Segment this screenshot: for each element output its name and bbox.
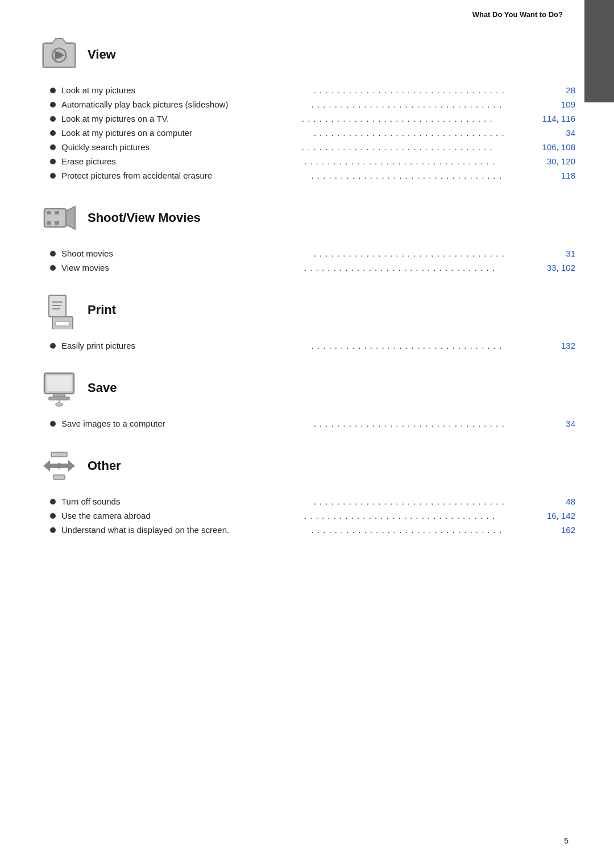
svg-rect-10 <box>47 221 51 225</box>
svg-rect-21 <box>53 394 65 397</box>
page-ref: 30, 120 <box>547 156 575 166</box>
dots: . . . . . . . . . . . . . . . . . . . . … <box>314 419 563 428</box>
svg-point-27 <box>56 463 62 469</box>
bullet-icon <box>50 159 56 164</box>
page-ref: 106, 108 <box>542 142 575 152</box>
section-heading-save: Save <box>39 367 575 408</box>
section-heading-print: Print <box>39 290 575 330</box>
item-list-print: Easily print pictures . . . . . . . . . … <box>50 341 575 350</box>
section-heading-shoot-view-movies: Shoot/View Movies <box>39 197 575 238</box>
item-text: Protect pictures from accidental erasure <box>61 171 308 180</box>
page-ref: 114, 116 <box>542 114 575 123</box>
svg-rect-15 <box>56 321 69 326</box>
section-title-view: View <box>88 47 116 62</box>
dots: . . . . . . . . . . . . . . . . . . . . … <box>304 156 544 166</box>
item-text: Turn off sounds <box>61 497 310 506</box>
header-title: What Do You Want to Do? <box>472 10 563 19</box>
page-ref: 34 <box>566 128 575 138</box>
section-title-print: Print <box>88 303 116 317</box>
page-ref: 31 <box>566 249 575 258</box>
page-ref: 48 <box>566 497 575 506</box>
page-ref: 28 <box>566 85 575 95</box>
list-item: Look at my pictures on a computer . . . … <box>50 128 575 138</box>
svg-marker-7 <box>66 206 75 229</box>
list-item: Turn off sounds . . . . . . . . . . . . … <box>50 497 575 506</box>
page-ref: 34 <box>566 419 575 428</box>
list-item: Quickly search pictures . . . . . . . . … <box>50 142 575 152</box>
dots: . . . . . . . . . . . . . . . . . . . . … <box>311 100 557 109</box>
svg-rect-8 <box>47 211 51 214</box>
bullet-icon <box>50 102 56 108</box>
svg-rect-11 <box>55 221 59 225</box>
other-icon <box>39 445 80 486</box>
bullet-icon <box>50 421 56 427</box>
page-number: 5 <box>564 836 569 845</box>
item-text: Look at my pictures on a TV. <box>61 114 298 123</box>
dots: . . . . . . . . . . . . . . . . . . . . … <box>302 114 539 123</box>
list-item: Save images to a computer . . . . . . . … <box>50 419 575 428</box>
bullet-icon <box>50 88 56 93</box>
item-text: View movies <box>61 263 301 272</box>
print-icon <box>39 290 80 330</box>
page-header: What Do You Want to Do? <box>472 10 563 19</box>
section-heading-other: Other <box>39 445 575 486</box>
bullet-icon <box>50 265 56 271</box>
section-view: ViewLook at my pictures . . . . . . . . … <box>39 34 575 180</box>
page-ref: 118 <box>561 171 575 180</box>
dots: . . . . . . . . . . . . . . . . . . . . … <box>304 511 544 520</box>
page-ref: 33, 102 <box>547 263 575 272</box>
view-icon <box>39 34 80 75</box>
svg-marker-25 <box>43 460 57 472</box>
svg-rect-20 <box>47 375 72 391</box>
bullet-icon <box>50 251 56 257</box>
section-print: PrintEasily print pictures . . . . . . .… <box>39 290 575 350</box>
list-item: Protect pictures from accidental erasure… <box>50 171 575 180</box>
dots: . . . . . . . . . . . . . . . . . . . . … <box>304 263 544 272</box>
page-ref: 16, 142 <box>547 511 575 520</box>
svg-rect-28 <box>51 452 67 457</box>
item-text: Quickly search pictures <box>61 142 298 152</box>
list-item: Automatically play back pictures (slides… <box>50 100 575 109</box>
item-text: Erase pictures <box>61 156 301 166</box>
item-text: Automatically play back pictures (slides… <box>61 100 308 109</box>
bullet-icon <box>50 130 56 136</box>
dots: . . . . . . . . . . . . . . . . . . . . … <box>311 525 557 535</box>
svg-rect-22 <box>49 397 69 400</box>
item-list-shoot-view-movies: Shoot movies . . . . . . . . . . . . . .… <box>50 249 575 272</box>
item-text: Use the camera abroad <box>61 511 301 520</box>
svg-marker-26 <box>61 460 75 472</box>
item-text: Save images to a computer <box>61 419 310 428</box>
svg-rect-29 <box>53 475 65 480</box>
item-list-save: Save images to a computer . . . . . . . … <box>50 419 575 428</box>
section-other: OtherTurn off sounds . . . . . . . . . .… <box>39 445 575 535</box>
item-text: Look at my pictures on a computer <box>61 128 310 138</box>
item-text: Shoot movies <box>61 249 310 258</box>
list-item: Erase pictures . . . . . . . . . . . . .… <box>50 156 575 166</box>
list-item: Understand what is displayed on the scre… <box>50 525 575 535</box>
dots: . . . . . . . . . . . . . . . . . . . . … <box>314 249 563 258</box>
section-title-other: Other <box>88 458 121 473</box>
svg-point-24 <box>56 403 63 406</box>
list-item: View movies . . . . . . . . . . . . . . … <box>50 263 575 272</box>
dots: . . . . . . . . . . . . . . . . . . . . … <box>311 171 557 180</box>
section-heading-view: View <box>39 34 575 75</box>
page-ref: 162 <box>561 525 575 535</box>
item-text: Understand what is displayed on the scre… <box>61 525 308 535</box>
bullet-icon <box>50 144 56 150</box>
list-item: Look at my pictures on a TV. . . . . . .… <box>50 114 575 123</box>
item-text: Look at my pictures <box>61 85 310 95</box>
right-tab <box>584 0 614 102</box>
main-content: ViewLook at my pictures . . . . . . . . … <box>39 0 575 586</box>
dots: . . . . . . . . . . . . . . . . . . . . … <box>302 142 539 152</box>
bullet-icon <box>50 513 56 519</box>
bullet-icon <box>50 173 56 179</box>
item-list-other: Turn off sounds . . . . . . . . . . . . … <box>50 497 575 535</box>
page-ref: 132 <box>561 341 575 350</box>
list-item: Use the camera abroad . . . . . . . . . … <box>50 511 575 520</box>
dots: . . . . . . . . . . . . . . . . . . . . … <box>314 128 563 138</box>
bullet-icon <box>50 343 56 349</box>
dots: . . . . . . . . . . . . . . . . . . . . … <box>314 85 563 95</box>
section-title-save: Save <box>88 381 117 395</box>
item-text: Easily print pictures <box>61 341 308 350</box>
bullet-icon <box>50 527 56 533</box>
